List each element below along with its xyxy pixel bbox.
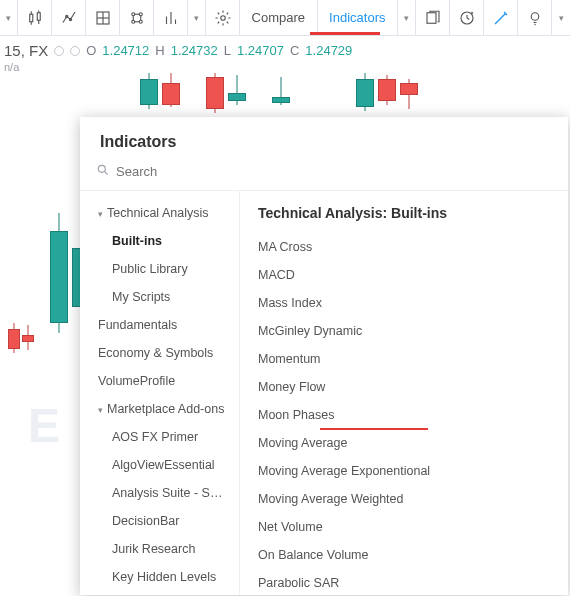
list-item[interactable]: MA Cross [258, 233, 550, 261]
candle [206, 73, 224, 113]
svg-point-11 [131, 12, 134, 15]
indicators-button[interactable]: Indicators [318, 0, 398, 35]
bulb-dropdown[interactable]: ▾ [552, 0, 570, 35]
candle [140, 73, 158, 109]
dot-icon[interactable] [70, 46, 80, 56]
top-toolbar: ▾ ▾ Compare Indicators ▾ ▾ [0, 0, 570, 36]
svg-point-14 [139, 20, 142, 23]
o-label: O [86, 43, 96, 58]
list-heading: Technical Analysis: Built-ins [258, 205, 550, 221]
symbol-text: 15, FX [4, 42, 48, 59]
chart-style-5-icon[interactable] [154, 0, 188, 35]
modal-title: Indicators [80, 117, 568, 163]
nav-algoview[interactable]: AlgoViewEssential [80, 451, 239, 479]
list-item[interactable]: Mass Index [258, 289, 550, 317]
candle [356, 73, 374, 111]
list-pane: Technical Analysis: Built-ins MA Cross M… [240, 191, 568, 595]
nav-economy-symbols[interactable]: Economy & Symbols [80, 339, 239, 367]
h-value: 1.24732 [171, 43, 218, 58]
watermark: E [28, 398, 60, 453]
list-item[interactable]: Parabolic SAR [258, 569, 550, 595]
candle [400, 79, 418, 109]
candle [162, 73, 180, 107]
l-value: 1.24707 [237, 43, 284, 58]
compare-button[interactable]: Compare [240, 0, 318, 35]
ohlc-row: 15, FX O 1.24712 H 1.24732 L 1.24707 C 1… [0, 36, 570, 59]
nav-public-library[interactable]: Public Library [80, 255, 239, 283]
list-item[interactable]: Momentum [258, 345, 550, 373]
candle [378, 75, 396, 105]
nav-key-hidden[interactable]: Key Hidden Levels [80, 563, 239, 591]
o-value: 1.24712 [102, 43, 149, 58]
list-item[interactable]: Moving Average Exponentional [258, 457, 550, 485]
chart-style-dropdown[interactable]: ▾ [188, 0, 206, 35]
svg-rect-0 [29, 14, 32, 22]
indicators-dropdown[interactable]: ▾ [398, 0, 416, 35]
nav-pane: Technical Analysis Built-ins Public Libr… [80, 191, 240, 595]
chart-style-3-icon[interactable] [86, 0, 120, 35]
pencil-icon[interactable] [484, 0, 518, 35]
candle [50, 213, 68, 333]
nav-volume-profile[interactable]: VolumeProfile [80, 367, 239, 395]
c-value: 1.24729 [305, 43, 352, 58]
nav-jurik[interactable]: Jurik Research [80, 535, 239, 563]
list-item[interactable]: Moon Phases [258, 401, 550, 429]
na-label: n/a [0, 59, 570, 73]
nav-decisionbar[interactable]: DecisionBar [80, 507, 239, 535]
chart-style-4-icon[interactable] [120, 0, 154, 35]
svg-point-12 [139, 12, 142, 15]
nav-aos[interactable]: AOS FX Primer [80, 423, 239, 451]
svg-rect-3 [37, 12, 40, 20]
eye-icon[interactable] [54, 46, 64, 56]
interval-dropdown[interactable]: ▾ [0, 0, 18, 35]
nav-technical-analysis[interactable]: Technical Analysis [80, 199, 239, 227]
candle [22, 325, 34, 350]
svg-point-22 [220, 15, 225, 20]
list-item-moving-average[interactable]: Moving Average [258, 429, 550, 457]
nav-my-scripts[interactable]: My Scripts [80, 283, 239, 311]
svg-point-28 [531, 12, 539, 20]
list-item[interactable]: On Balance Volume [258, 541, 550, 569]
svg-line-27 [471, 12, 473, 14]
nav-fundamentals[interactable]: Fundamentals [80, 311, 239, 339]
candle [272, 77, 290, 105]
l-label: L [224, 43, 231, 58]
callout-underline-indicators [310, 32, 380, 35]
candle [8, 323, 20, 353]
gear-icon[interactable] [206, 0, 240, 35]
h-label: H [155, 43, 164, 58]
template-icon[interactable] [416, 0, 450, 35]
candle [228, 75, 246, 105]
callout-underline-moving-average [320, 428, 428, 430]
svg-rect-23 [427, 12, 436, 23]
nav-analysis-suite[interactable]: Analysis Suite - SCM... [80, 479, 239, 507]
candles-icon[interactable] [18, 0, 52, 35]
alert-icon[interactable] [450, 0, 484, 35]
list-item[interactable]: Moving Average Weighted [258, 485, 550, 513]
nav-builtins[interactable]: Built-ins [80, 227, 239, 255]
svg-point-13 [131, 20, 134, 23]
chart-style-2-icon[interactable] [52, 0, 86, 35]
list-item[interactable]: MACD [258, 261, 550, 289]
indicators-modal: Indicators Technical Analysis Built-ins … [80, 117, 568, 595]
c-label: C [290, 43, 299, 58]
search-input[interactable] [116, 164, 552, 179]
svg-point-31 [98, 165, 105, 172]
list-item[interactable]: Money Flow [258, 373, 550, 401]
search-row [80, 163, 568, 191]
nav-marketplace[interactable]: Marketplace Add-ons [80, 395, 239, 423]
search-icon [96, 163, 110, 180]
list-item[interactable]: McGinley Dynamic [258, 317, 550, 345]
bulb-icon[interactable] [518, 0, 552, 35]
svg-line-32 [105, 172, 108, 175]
svg-line-26 [467, 18, 469, 20]
list-item[interactable]: Net Volume [258, 513, 550, 541]
